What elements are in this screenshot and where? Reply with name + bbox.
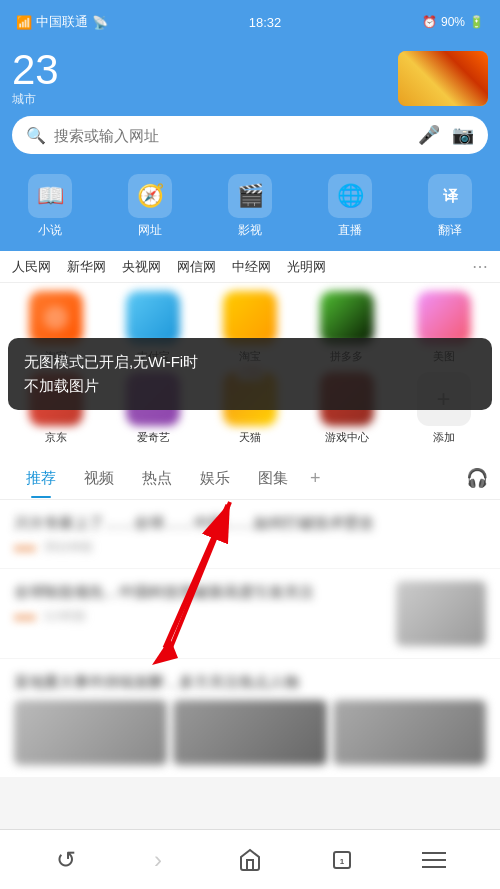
quick-action-video[interactable]: 🎬 影视 — [228, 174, 272, 239]
live-label: 直播 — [338, 222, 362, 239]
video-icon: 🎬 — [228, 174, 272, 218]
weather-left: 23 城市 — [12, 49, 59, 108]
news-source-2: ●●● — [14, 610, 36, 624]
wifi-icon: 📡 — [92, 15, 108, 30]
nav-forward-button[interactable]: › — [138, 840, 178, 880]
nav-item-guangming[interactable]: 光明网 — [287, 258, 326, 276]
camera-icon[interactable]: 📷 — [452, 124, 474, 146]
thumb-3a — [14, 700, 167, 765]
carrier-name: 中国联通 — [36, 13, 88, 31]
taobao-icon — [29, 291, 83, 345]
thumb-3b — [173, 700, 326, 765]
weather-city: 城市 — [12, 91, 59, 108]
tab-hot[interactable]: 热点 — [128, 459, 186, 498]
bottom-nav: ↺ › 1 — [0, 829, 500, 889]
signal-icon: 📶 — [16, 15, 32, 30]
header: 23 城市 🔍 🎤 📷 — [0, 44, 500, 166]
game-label: 游戏中心 — [325, 430, 369, 445]
meitu-icon — [417, 291, 471, 345]
microphone-icon[interactable]: 🎤 — [418, 124, 440, 146]
news-nav: 人民网 新华网 央视网 网信网 中经网 光明网 ⋯ — [0, 251, 500, 283]
quick-action-novel[interactable]: 📖 小说 — [28, 174, 72, 239]
tab-entertainment[interactable]: 娱乐 — [186, 459, 244, 498]
search-input[interactable] — [54, 127, 410, 144]
tab-video[interactable]: 视频 — [70, 459, 128, 498]
nav-item-zhongjing[interactable]: 中经网 — [232, 258, 271, 276]
banner-decoration — [398, 51, 488, 106]
search-icon: 🔍 — [26, 126, 46, 145]
alipay-icon — [126, 291, 180, 345]
news-thumb-2 — [396, 581, 486, 646]
tianmao-label: 天猫 — [239, 430, 261, 445]
taobao2-icon — [223, 291, 277, 345]
news-item-1[interactable]: 川大专家上了……全球……中国……如何打破技术壁垒 ●●● 35分钟前 — [0, 500, 500, 568]
battery-icon: 🔋 — [469, 15, 484, 29]
nav-item-cctv[interactable]: 央视网 — [122, 258, 161, 276]
iqiyi-label: 爱奇艺 — [137, 430, 170, 445]
quick-actions: 📖 小说 🧭 网址 🎬 影视 🌐 直播 译 翻译 — [0, 166, 500, 251]
news-title-1: 川大专家上了……全球……中国……如何打破技术壁垒 — [14, 512, 486, 533]
news-nav-more-icon[interactable]: ⋯ — [472, 257, 488, 276]
tab-recommend[interactable]: 推荐 — [12, 459, 70, 498]
add-label: 添加 — [433, 430, 455, 445]
news-meta-1: ●●● 35分钟前 — [14, 539, 486, 556]
news-source-1: ●●● — [14, 541, 36, 555]
status-left: 📶 中国联通 📡 — [16, 13, 108, 31]
video-label: 影视 — [238, 222, 262, 239]
nav-refresh-button[interactable]: ↺ — [46, 840, 86, 880]
news-title-3: 某地重大事件持续发酵，多方关注焦点人物 — [14, 671, 486, 692]
tooltip-text: 无图模式已开启,无Wi-Fi时不加载图片 — [24, 353, 198, 394]
svg-text:1: 1 — [340, 857, 345, 866]
pinduoduo-icon — [320, 291, 374, 345]
alarm-icon: ⏰ — [422, 15, 437, 29]
novel-icon: 📖 — [28, 174, 72, 218]
url-label: 网址 — [138, 222, 162, 239]
news-content-2: 全球制造领先…中国科技突破新高度引发关注 ●●● 1小时前 — [14, 581, 386, 625]
weather-temp: 23 — [12, 49, 59, 91]
app-grid-container: 淘宝 支付宝 淘宝 拼多多 美图 京东 爱奇艺 天 — [0, 283, 500, 457]
nav-tabs-button[interactable]: 1 — [322, 840, 362, 880]
news-time-1: 35分钟前 — [44, 539, 93, 556]
url-icon: 🧭 — [128, 174, 172, 218]
live-icon: 🌐 — [328, 174, 372, 218]
search-bar[interactable]: 🔍 🎤 📷 — [12, 116, 488, 154]
news-time-2: 1小时前 — [44, 608, 87, 625]
tooltip-overlay: 无图模式已开启,无Wi-Fi时不加载图片 — [8, 338, 492, 410]
news-title-2: 全球制造领先…中国科技突破新高度引发关注 — [14, 581, 386, 602]
nav-home-button[interactable] — [230, 840, 270, 880]
news-thumbs-row — [14, 700, 486, 765]
weather-strip: 23 城市 — [12, 48, 488, 108]
nav-item-xinhua[interactable]: 新华网 — [67, 258, 106, 276]
tab-headphones-icon[interactable]: 🎧 — [466, 457, 488, 499]
content-tabs: 推荐 视频 热点 娱乐 图集 + 🎧 — [0, 457, 500, 500]
status-time: 18:32 — [249, 15, 282, 30]
news-row-2: 全球制造领先…中国科技突破新高度引发关注 ●●● 1小时前 — [14, 581, 486, 646]
nav-item-wangxin[interactable]: 网信网 — [177, 258, 216, 276]
thumb-3c — [333, 700, 486, 765]
tab-photo[interactable]: 图集 — [244, 459, 302, 498]
search-right-icons: 🎤 📷 — [418, 124, 474, 146]
news-item-2[interactable]: 全球制造领先…中国科技突破新高度引发关注 ●●● 1小时前 — [0, 569, 500, 658]
translate-icon: 译 — [428, 174, 472, 218]
novel-label: 小说 — [38, 222, 62, 239]
status-bar: 📶 中国联通 📡 18:32 ⏰ 90% 🔋 — [0, 0, 500, 44]
battery-text: 90% — [441, 15, 465, 29]
news-row-1: 川大专家上了……全球……中国……如何打破技术壁垒 ●●● 35分钟前 — [14, 512, 486, 556]
translate-label: 翻译 — [438, 222, 462, 239]
banner-image[interactable] — [398, 51, 488, 106]
news-item-3[interactable]: 某地重大事件持续发酵，多方关注焦点人物 — [0, 659, 500, 777]
nav-menu-button[interactable] — [414, 840, 454, 880]
quick-action-url[interactable]: 🧭 网址 — [128, 174, 172, 239]
nav-item-renmin[interactable]: 人民网 — [12, 258, 51, 276]
jd-label: 京东 — [45, 430, 67, 445]
quick-action-live[interactable]: 🌐 直播 — [328, 174, 372, 239]
quick-action-translate[interactable]: 译 翻译 — [428, 174, 472, 239]
news-content-1: 川大专家上了……全球……中国……如何打破技术壁垒 ●●● 35分钟前 — [14, 512, 486, 556]
svg-point-0 — [44, 306, 68, 330]
tab-add-button[interactable]: + — [302, 458, 329, 499]
news-meta-2: ●●● 1小时前 — [14, 608, 386, 625]
status-right: ⏰ 90% 🔋 — [422, 15, 484, 29]
